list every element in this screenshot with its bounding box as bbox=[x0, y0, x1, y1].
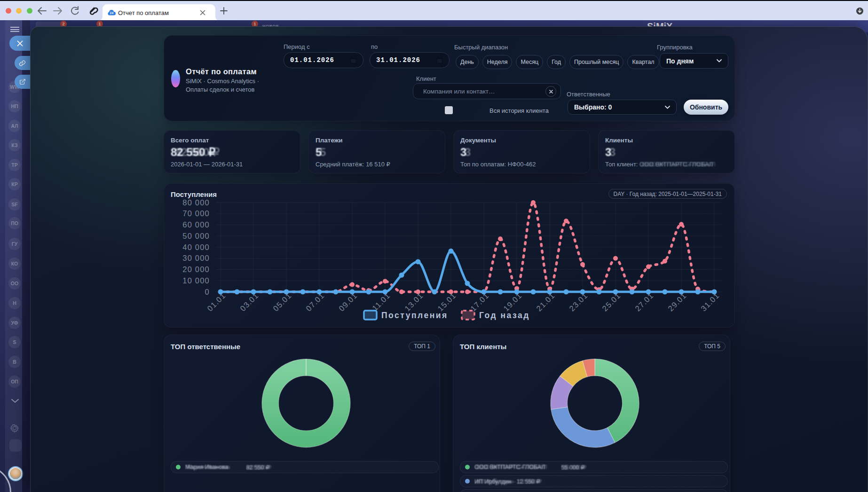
svg-text:19.01: 19.01 bbox=[502, 291, 523, 312]
svg-text:20 000: 20 000 bbox=[182, 265, 210, 273]
svg-text:40 000: 40 000 bbox=[182, 243, 210, 251]
svg-text:17.01: 17.01 bbox=[469, 291, 490, 312]
svg-text:70 000: 70 000 bbox=[182, 209, 210, 218]
svg-text:15.01: 15.01 bbox=[436, 291, 458, 312]
svg-text:50 000: 50 000 bbox=[182, 232, 210, 240]
svg-text:0: 0 bbox=[205, 288, 210, 296]
svg-text:11.01: 11.01 bbox=[371, 291, 392, 312]
svg-text:13.01: 13.01 bbox=[403, 291, 425, 312]
svg-text:05.01: 05.01 bbox=[271, 291, 293, 312]
svg-text:Поступления: Поступления bbox=[381, 311, 448, 320]
svg-text:10 000: 10 000 bbox=[182, 276, 210, 285]
svg-text:25.01: 25.01 bbox=[600, 291, 622, 312]
svg-text:30 000: 30 000 bbox=[182, 254, 210, 262]
svg-text:Год назад: Год назад bbox=[479, 311, 530, 320]
svg-text:24: 24 bbox=[110, 11, 114, 15]
svg-text:31.01: 31.01 bbox=[699, 291, 721, 312]
svg-text:09.01: 09.01 bbox=[337, 291, 359, 312]
svg-text:29.01: 29.01 bbox=[666, 291, 688, 312]
svg-text:80 000: 80 000 bbox=[182, 198, 210, 207]
svg-text:21.01: 21.01 bbox=[535, 291, 556, 312]
svg-text:27.01: 27.01 bbox=[633, 291, 655, 312]
svg-text:23.01: 23.01 bbox=[568, 291, 589, 312]
svg-text:60 000: 60 000 bbox=[182, 220, 210, 229]
svg-text:03.01: 03.01 bbox=[238, 291, 260, 312]
svg-text:07.01: 07.01 bbox=[304, 291, 326, 312]
